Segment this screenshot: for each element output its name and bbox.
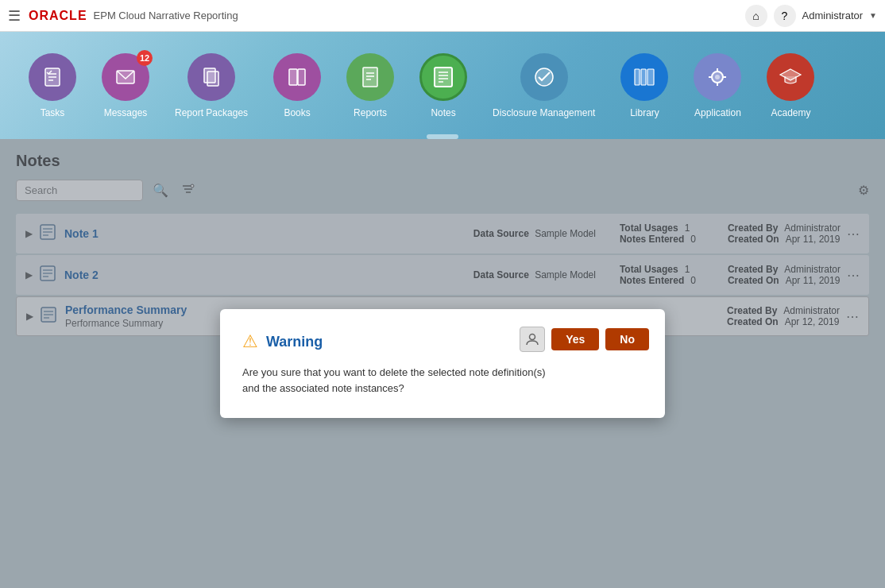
app-title: EPM Cloud Narrative Reporting: [94, 10, 745, 21]
library-label: Library: [630, 107, 659, 118]
nav-item-reports[interactable]: Reports: [334, 45, 407, 126]
svg-rect-7: [289, 69, 297, 85]
top-bar: ☰ ORACLE EPM Cloud Narrative Reporting ⌂…: [0, 0, 885, 32]
svg-rect-9: [363, 68, 377, 87]
tasks-icon: [29, 53, 76, 101]
nav-item-tasks[interactable]: Tasks: [16, 45, 89, 126]
nav-item-library[interactable]: Library: [608, 45, 681, 126]
nav-item-books[interactable]: Books: [261, 45, 334, 126]
disclosure-icon: [520, 53, 568, 101]
nav-item-messages[interactable]: 12 Messages: [89, 45, 162, 126]
user-icon-button[interactable]: [520, 327, 545, 352]
svg-point-23: [715, 75, 720, 79]
notes-label: Notes: [431, 107, 455, 118]
help-button[interactable]: ?: [774, 5, 796, 27]
yes-button[interactable]: Yes: [551, 328, 599, 350]
hamburger-menu[interactable]: ☰: [8, 7, 21, 25]
reports-label: Reports: [354, 107, 387, 118]
svg-rect-6: [207, 72, 218, 86]
nav-item-academy[interactable]: Academy: [754, 45, 827, 126]
academy-icon: [767, 53, 814, 101]
books-label: Books: [284, 107, 310, 118]
nav-item-report-packages[interactable]: Report Packages: [162, 45, 261, 126]
warning-icon: ⚠: [242, 331, 258, 352]
nav-item-notes[interactable]: Notes: [407, 45, 480, 126]
no-button[interactable]: No: [605, 328, 649, 350]
nav-area: Tasks 12 Messages Report Packages B: [0, 32, 885, 139]
report-packages-label: Report Packages: [175, 107, 248, 118]
admin-dropdown-arrow[interactable]: ▼: [869, 11, 877, 20]
nav-item-disclosure[interactable]: Disclosure Management: [480, 45, 608, 126]
svg-rect-8: [298, 69, 305, 85]
books-icon: [273, 53, 321, 101]
reports-icon: [346, 53, 394, 101]
dialog-body: Are you sure that you want to delete the…: [242, 365, 643, 396]
library-icon: [620, 53, 668, 101]
svg-point-46: [530, 335, 535, 340]
svg-rect-21: [647, 69, 654, 85]
svg-rect-20: [641, 69, 646, 85]
dialog-buttons: Yes No: [520, 327, 649, 352]
modal-overlay: ⚠ Warning Yes No Are you sure that you w…: [0, 139, 885, 588]
disclosure-label: Disclosure Management: [493, 107, 595, 118]
messages-label: Messages: [104, 107, 148, 118]
svg-rect-13: [435, 68, 452, 87]
application-icon: [694, 53, 741, 101]
academy-label: Academy: [771, 107, 810, 118]
tasks-label: Tasks: [41, 107, 65, 118]
svg-rect-19: [635, 69, 640, 85]
main-content: Notes 🔍 ⚙ ▶: [0, 139, 885, 588]
home-button[interactable]: ⌂: [745, 5, 767, 27]
messages-icon: 12: [102, 53, 149, 101]
notes-icon: [419, 53, 467, 101]
report-packages-icon: [187, 53, 235, 101]
admin-label[interactable]: Administrator: [802, 10, 864, 21]
top-icons: ⌂ ? Administrator ▼: [745, 5, 877, 27]
dialog-title: Warning: [266, 334, 323, 350]
messages-badge: 12: [137, 50, 153, 66]
nav-item-application[interactable]: Application: [681, 45, 754, 126]
application-label: Application: [694, 107, 741, 118]
oracle-logo: ORACLE: [29, 9, 87, 23]
warning-dialog: ⚠ Warning Yes No Are you sure that you w…: [220, 309, 665, 418]
